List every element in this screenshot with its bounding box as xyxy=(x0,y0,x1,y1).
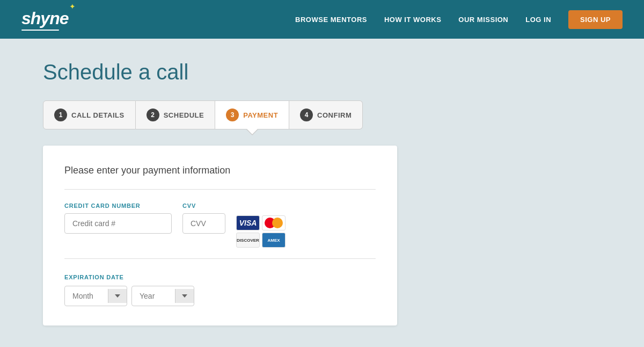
step-confirm[interactable]: 4 CONFIRM xyxy=(289,100,363,129)
step-label-1: CALL DETAILS xyxy=(71,111,125,119)
step-call-details[interactable]: 1 CALL DETAILS xyxy=(43,100,136,129)
year-dropdown-button[interactable] xyxy=(175,289,194,303)
cvv-group: CVV xyxy=(182,203,225,234)
divider xyxy=(64,189,376,190)
month-dropdown-button[interactable] xyxy=(108,289,127,303)
step-num-2: 2 xyxy=(147,109,159,121)
logo-star: ✦ xyxy=(69,2,76,11)
amex-icon: AMEX xyxy=(262,233,286,248)
logo: shyne ✦ xyxy=(21,9,76,31)
payment-card: Please enter your payment information CR… xyxy=(43,146,397,326)
main-nav: BROWSE MENTORS HOW IT WORKS OUR MISSION … xyxy=(295,10,623,29)
logo-underline xyxy=(21,30,59,31)
step-schedule[interactable]: 2 SCHEDULE xyxy=(136,100,216,129)
cc-cvv-row: CREDIT CARD NUMBER CVV VISA DISCOVER AME… xyxy=(64,203,376,248)
step-label-2: SCHEDULE xyxy=(164,111,204,119)
card-icons: VISA DISCOVER AMEX xyxy=(236,215,286,248)
exp-row: Month Year xyxy=(64,286,376,306)
year-select-text: Year xyxy=(132,286,175,306)
expiration-section: EXPIRATION DATE Month Year xyxy=(64,272,376,306)
discover-icon: DISCOVER xyxy=(236,233,260,248)
cc-group: CREDIT CARD NUMBER xyxy=(64,203,172,234)
steps-bar: 1 CALL DETAILS 2 SCHEDULE 3 PAYMENT 4 CO… xyxy=(43,100,419,129)
signup-button[interactable]: SIGN UP xyxy=(568,10,623,29)
payment-card-title: Please enter your payment information xyxy=(64,165,376,176)
nav-browse-mentors[interactable]: BROWSE MENTORS xyxy=(295,16,367,24)
exp-label: EXPIRATION DATE xyxy=(64,274,124,280)
main-content: Schedule a call 1 CALL DETAILS 2 SCHEDUL… xyxy=(0,39,644,347)
cvv-label: CVV xyxy=(182,203,225,209)
mastercard-icon xyxy=(262,215,286,230)
cvv-input[interactable] xyxy=(182,213,225,234)
step-label-4: CONFIRM xyxy=(317,111,352,119)
cc-input[interactable] xyxy=(64,213,172,234)
cc-label: CREDIT CARD NUMBER xyxy=(64,203,172,209)
visa-icon: VISA xyxy=(236,215,260,230)
header: shyne ✦ BROWSE MENTORS HOW IT WORKS OUR … xyxy=(0,0,644,39)
month-chevron-down-icon xyxy=(115,294,120,298)
step-num-1: 1 xyxy=(54,109,67,121)
page-title: Schedule a call xyxy=(43,60,601,84)
divider-2 xyxy=(64,258,376,259)
nav-how-it-works[interactable]: HOW IT WORKS xyxy=(384,16,441,24)
logo-text: shyne xyxy=(21,9,68,28)
step-num-4: 4 xyxy=(300,109,313,121)
year-select-wrapper[interactable]: Year xyxy=(131,286,194,306)
nav-log-in[interactable]: LOG IN xyxy=(525,16,551,24)
nav-our-mission[interactable]: OUR MISSION xyxy=(458,16,508,24)
month-select-wrapper[interactable]: Month xyxy=(64,286,127,306)
step-label-3: PAYMENT xyxy=(243,111,278,119)
month-select-text: Month xyxy=(65,286,108,306)
step-payment[interactable]: 3 PAYMENT xyxy=(215,100,289,129)
step-num-3: 3 xyxy=(226,109,239,121)
year-chevron-down-icon xyxy=(182,294,187,298)
